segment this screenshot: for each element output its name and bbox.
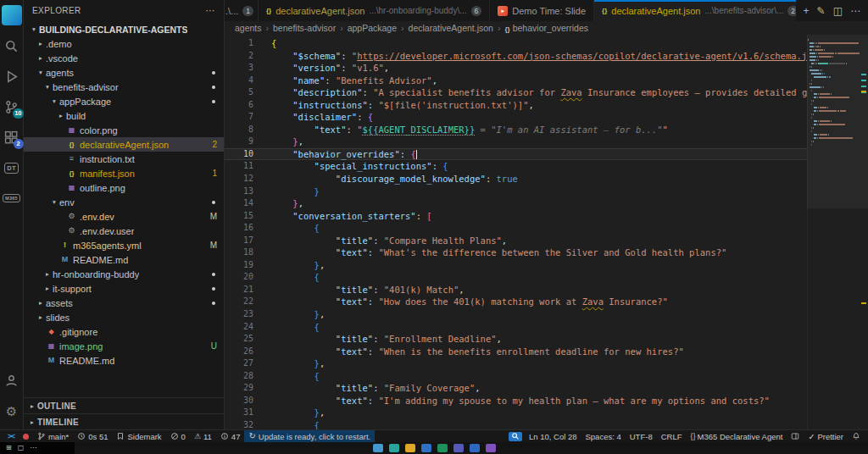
code-line[interactable]: 18 "text": "What's the difference betwee…	[225, 246, 807, 259]
tree-item[interactable]: {}manifest.json1	[24, 166, 224, 180]
editor-layout[interactable]	[787, 430, 804, 442]
code-line[interactable]: 3 "version": "v1.6",	[225, 62, 807, 75]
m365-agents-toolkit[interactable]: M365	[0, 183, 24, 213]
infos[interactable]: 47	[216, 430, 245, 442]
code-line[interactable]: 15 "conversation_starters": [	[225, 210, 807, 223]
explorer[interactable]	[0, 0, 24, 30]
code-line[interactable]: 23 },	[225, 308, 807, 321]
eol-sequence[interactable]: CRLF	[657, 430, 687, 442]
chevron-down-icon[interactable]: ▾	[42, 83, 53, 91]
code-line[interactable]: 25 "title": "Enrollment Deadline",	[225, 333, 807, 346]
tree-item[interactable]: ≡instruction.txt	[24, 152, 224, 166]
code-line[interactable]: 11 "special_instructions": {	[225, 160, 807, 173]
timeline-section[interactable]: ▸ TIMELINE	[24, 413, 224, 429]
taskbar-app-2[interactable]	[389, 444, 399, 452]
chevron-right-icon[interactable]: ▸	[42, 270, 53, 278]
warnings[interactable]: ⚠11	[190, 430, 216, 442]
editor-more-actions[interactable]: ⋯	[850, 6, 860, 16]
taskbar-app-7[interactable]	[470, 444, 480, 452]
taskbar-app-4[interactable]	[421, 444, 431, 452]
window-icon[interactable]: ▢	[18, 445, 25, 451]
cursor-position[interactable]: Ln 10, Col 28	[525, 430, 581, 442]
remote-indicator[interactable]: ><	[3, 430, 19, 442]
tree-item[interactable]: ▦color.png	[24, 123, 224, 137]
tree-item[interactable]: ▸slides	[24, 310, 224, 324]
source-control[interactable]: 10	[0, 91, 24, 122]
taskbar-app-6[interactable]	[453, 444, 464, 452]
tree-item[interactable]: MREADME.md	[24, 252, 224, 267]
tree-item[interactable]: ⚙.env.dev.user	[24, 224, 224, 238]
code-line[interactable]: 6 "instructions": "$[file('instruction.t…	[225, 99, 807, 112]
accounts[interactable]	[0, 365, 24, 396]
tree-item[interactable]: ▸assets	[24, 296, 224, 310]
search-indicator[interactable]	[509, 432, 522, 441]
minimap[interactable]	[807, 35, 860, 429]
tree-item[interactable]: ▸hr-onboarding-buddy	[24, 267, 224, 281]
code-line[interactable]: 29 "title": "Family Coverage",	[225, 382, 807, 395]
code-line[interactable]: 19 },	[225, 259, 807, 272]
tree-item[interactable]: !m365agents.ymlM	[24, 238, 224, 252]
tree-item[interactable]: ◆.gitignore	[24, 324, 224, 339]
code-line[interactable]: 2 "$schema": "https://developer.microsof…	[225, 50, 807, 63]
tree-item[interactable]: ▸it-support	[24, 281, 224, 296]
tab[interactable]: {}declarativeAgent.json...\hr-onboarding…	[259, 0, 490, 21]
code-line[interactable]: 5 "description": "A specialist benefits …	[225, 86, 807, 99]
code-line[interactable]: 17 "title": "Compare Health Plans",	[225, 235, 807, 247]
demo-time[interactable]: DT	[0, 152, 24, 183]
encoding[interactable]: UTF-8	[626, 430, 657, 442]
new-tab-button[interactable]: +	[804, 6, 810, 16]
code-line[interactable]: 32 {	[225, 419, 807, 429]
tree-item[interactable]: ▾benefits-advisor	[24, 80, 224, 94]
tree-item[interactable]: ▾env	[24, 195, 224, 209]
tree-item[interactable]: ▾agents	[24, 65, 224, 80]
breadcrumb-item[interactable]: agents	[235, 23, 262, 33]
tree-item[interactable]: ▾appPackage	[24, 94, 224, 108]
chevron-down-icon[interactable]: ▾	[49, 198, 59, 206]
outline-section[interactable]: ▸ OUTLINE	[24, 397, 224, 413]
extensions[interactable]: 2	[0, 122, 24, 152]
tree-item[interactable]: ▦image.pngU	[24, 339, 224, 353]
code-line[interactable]: 26 "text": "When is the benefits enrollm…	[225, 346, 807, 358]
record-indicator[interactable]	[19, 430, 33, 442]
tree-item[interactable]: MREADME.md	[24, 353, 224, 368]
tree-item[interactable]: ▦outline.png	[24, 180, 224, 195]
tab[interactable]: ...\...1	[225, 0, 259, 21]
tree-item[interactable]: ▾BUILDING-DECLARATIVE-AGENTS	[24, 22, 224, 36]
tree-item[interactable]: ⚙.env.devM	[24, 209, 224, 224]
code-line[interactable]: 24 {	[225, 321, 807, 334]
chevron-right-icon[interactable]: ▸	[36, 40, 46, 47]
tree-item[interactable]: {}declarativeAgent.json2	[24, 137, 224, 152]
explorer-more-actions-icon[interactable]: ⋯	[206, 5, 215, 16]
code-line[interactable]: 21 "title": "401(k) Match",	[225, 284, 807, 296]
update-notification[interactable]: ↻Update is ready, click to restart.	[244, 430, 375, 442]
chevron-right-icon[interactable]: ▸	[56, 112, 66, 119]
session-timer[interactable]: 0s 51	[73, 430, 112, 442]
search[interactable]	[0, 30, 24, 61]
code-line[interactable]: 20 {	[225, 271, 807, 284]
code-line[interactable]: 9 },	[225, 136, 807, 148]
git-branch[interactable]: main*	[33, 430, 73, 442]
code-line[interactable]: 8 "text": "${{AGENT_DISCLAIMER}} = "I'm …	[225, 124, 807, 136]
more-icon[interactable]: ⋯	[30, 445, 36, 451]
code-line[interactable]: 28 {	[225, 370, 807, 383]
chevron-right-icon[interactable]: ▸	[36, 54, 46, 62]
taskbar-app-8[interactable]	[486, 444, 496, 452]
chevron-down-icon[interactable]: ▾	[36, 69, 46, 76]
chevron-down-icon[interactable]: ▾	[49, 97, 59, 105]
tree-item[interactable]: ▸.vscode	[24, 51, 224, 65]
indentation[interactable]: Spaces: 4	[581, 430, 626, 442]
code-line[interactable]: 1{	[225, 37, 807, 50]
code-line[interactable]: 4 "name": "Benefits Advisor",	[225, 75, 807, 87]
code-line[interactable]: 12 "discourage_model_knowledge": true	[225, 173, 807, 185]
chevron-right-icon[interactable]: ▸	[42, 285, 53, 292]
tree-item[interactable]: ▸build	[24, 108, 224, 123]
settings[interactable]: ⚙	[0, 396, 24, 426]
taskbar-app-1[interactable]	[373, 444, 383, 452]
code-line[interactable]: 16 {	[225, 222, 807, 235]
chevron-right-icon[interactable]: ▸	[36, 313, 46, 321]
sidemark[interactable]: Sidemark	[112, 430, 165, 442]
run-debug[interactable]	[0, 61, 24, 91]
taskbar-app-3[interactable]	[405, 444, 415, 452]
code-line[interactable]: 14 },	[225, 197, 807, 210]
tab[interactable]: {}declarativeAgent.json...\benefits-advi…	[594, 0, 796, 21]
